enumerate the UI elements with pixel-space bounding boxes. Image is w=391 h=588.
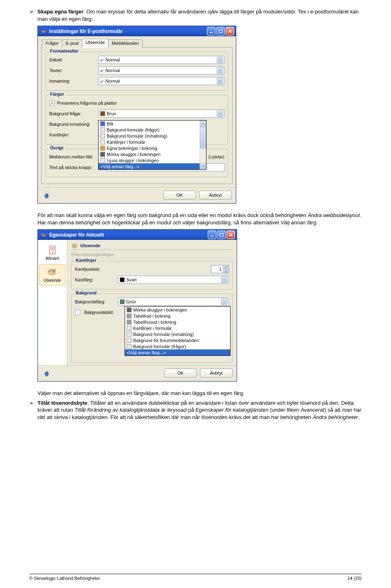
dd-item[interactable]: Bakgrund formulär (frågor) [125,343,230,349]
allmant-icon [48,245,57,255]
chevron-down-icon[interactable] [221,298,228,305]
tab-meddelanden[interactable]: Meddelanden [108,39,143,48]
svg-rect-6 [220,233,223,237]
chevron-down-icon[interactable] [217,57,223,63]
dialog-title: Egenskaper för Aktuellt [49,232,208,238]
hand-logo-icon [42,368,52,378]
bgfarg-combo[interactable]: Grön [118,298,229,306]
tab-epost[interactable]: E-post [62,39,82,48]
dd-item[interactable]: Mörka skuggor i bokningen [99,151,206,157]
bg-fraga-combo[interactable]: Brun [98,110,224,118]
scroll-up-icon[interactable] [200,121,206,127]
bg-fraga-label: Bakgrund fråga: [49,111,98,116]
maximize-button[interactable] [216,27,225,35]
java-cup-icon [40,232,47,238]
kantfarg-combo[interactable]: Svart [118,276,229,284]
bgfarg-label: Bakgrundsfärg: [75,299,118,304]
sidebar-item-utseende[interactable]: Utseende [39,264,66,285]
bgfarg-dropdown[interactable]: Mörka skuggor i bokningen Tabellrad i bo… [125,306,231,356]
svg-point-16 [74,244,75,245]
dd-item[interactable]: Kantlinjer i formulär [99,139,206,145]
titlebar[interactable]: Inställningar för E-postformulär [38,26,236,36]
scroll-thumb[interactable] [200,127,206,149]
svg-point-11 [53,270,54,272]
dd-item[interactable]: Bakgrund formulär (inmatning) [125,331,230,337]
dd-item-valj-annan[interactable]: <Välj annan färg...> [99,163,206,169]
tab-fragor[interactable]: Frågor [42,39,62,48]
chevron-down-icon[interactable] [217,78,223,84]
utseende-icon [48,267,57,277]
mid-paragraph: För att man skall kunna välja en egen fä… [29,212,362,226]
dialog-title: Inställningar för E-postformulär [49,29,207,34]
spinner-up-icon[interactable] [223,265,228,269]
dd-item[interactable]: Egna bokningar i bokning [99,145,206,151]
tab-utseende[interactable]: Utseende [82,39,108,48]
svg-point-3 [48,191,48,192]
ipixlar-label: (i pixlar) [209,154,224,159]
titlebar[interactable]: Egenskaper för Aktuellt [38,230,237,240]
svg-point-2 [45,192,46,193]
kantlinjer-label: Kantlinjer: [49,132,98,137]
dd-item-valj-annan[interactable]: <Välj annan färg...> [125,349,230,355]
svg-point-9 [49,271,51,272]
bullet-text: Tillåt lösenordsbyte: Tillåter att en an… [37,399,362,421]
kanttj-label: Kanttjocklek: [75,267,118,272]
inmatning-label: Inmatning: [49,79,98,83]
spinner-down-icon[interactable] [223,269,228,273]
dd-item[interactable]: Tabellrad i bokning [125,313,230,319]
egenskaper-dialog: Egenskaper för Aktuellt Allmänt [37,229,237,382]
dd-item[interactable]: Bakgrund formulär (frågor) [99,127,206,133]
plattor-label: Presentera frågorna på plattor [57,101,117,105]
texter-label: Texter: [49,68,98,73]
palette-icon [71,242,79,250]
sidebar-item-allmant[interactable]: Allmänt [39,242,66,263]
kanttj-spinner[interactable]: 1 [211,265,229,273]
etikett-combo[interactable]: a¹Normal [98,56,224,64]
section-utseende: Utseende [71,242,233,250]
bullet1-body: : Om man kryssar för detta alternativ få… [37,9,359,22]
tab-strip: Frågor E-post Utseende Meddelanden [41,39,233,48]
minimize-button[interactable] [207,27,215,35]
texter-combo[interactable]: a¹Normal [98,66,224,75]
svg-point-17 [75,245,76,246]
group-formatmallar: Formatmallar Etikett: a¹Normal Texter: a… [46,52,228,91]
bgbild-checkbox[interactable] [75,310,80,315]
kantfarg-label: Kantfärg: [75,277,118,282]
svg-point-4 [44,193,44,194]
group-title: Formatmallar [48,48,80,53]
bg-inmat-label: Bakgrund inmatning: [49,122,98,127]
minimize-button[interactable] [208,230,216,239]
dd-item[interactable]: Kantlinjer i formulär [125,325,230,331]
svg-point-15 [73,245,74,246]
chevron-down-icon[interactable] [217,67,223,74]
inmatning-combo[interactable]: a¹Normal [98,77,224,85]
mellanrum-label: Mellanrum mellan fält: [49,154,106,159]
after-dlg2-para: Väljer man det alternativet så öppnas en… [29,390,362,397]
dd-item[interactable]: Bakgrund formulär (inmatning) [99,133,206,139]
plattor-checkbox[interactable]: ✓ [49,101,55,106]
dd-item[interactable]: Blå [99,121,206,127]
dd-item[interactable]: Tabellhuvud i bokning [125,319,230,325]
bullet1-title: Skapa egna färger [37,9,83,15]
bullet-losenord: ➢ Tillåt lösenordsbyte: Tillåter att en … [29,399,362,421]
chevron-down-icon[interactable] [221,276,228,283]
etikett-label: Etikett: [49,57,98,62]
ok-button[interactable]: OK [163,191,196,200]
avbryt-button[interactable]: Avbryt [200,369,233,377]
maximize-button[interactable] [217,230,226,239]
dd-item[interactable]: Ljusa skuggor i bokningen [99,157,206,163]
scroll-down-icon[interactable] [200,163,206,169]
dd-item[interactable]: Mörka skuggor i bokningen [125,307,230,313]
skicka-label: Text på skicka knapp: [49,165,106,170]
bullet-skapa-farger: ➢ Skapa egna färger: Om man kryssar för … [29,8,362,22]
dd-item[interactable]: Bakgrund för forummeddelanden [125,337,230,343]
ok-button[interactable]: OK [164,369,197,377]
farg-dropdown[interactable]: Blå Bakgrund formulär (frågor) Bakgrund … [98,120,206,170]
close-button[interactable] [226,230,235,239]
close-button[interactable] [226,27,234,35]
avbryt-button[interactable]: Avbryt [199,191,232,200]
chevron-down-icon[interactable] [217,110,223,117]
epostformular-dialog: Inställningar för E-postformulär Frågor … [37,26,236,204]
bullet-marker: ➢ [29,399,37,421]
scrollbar[interactable] [200,121,206,169]
